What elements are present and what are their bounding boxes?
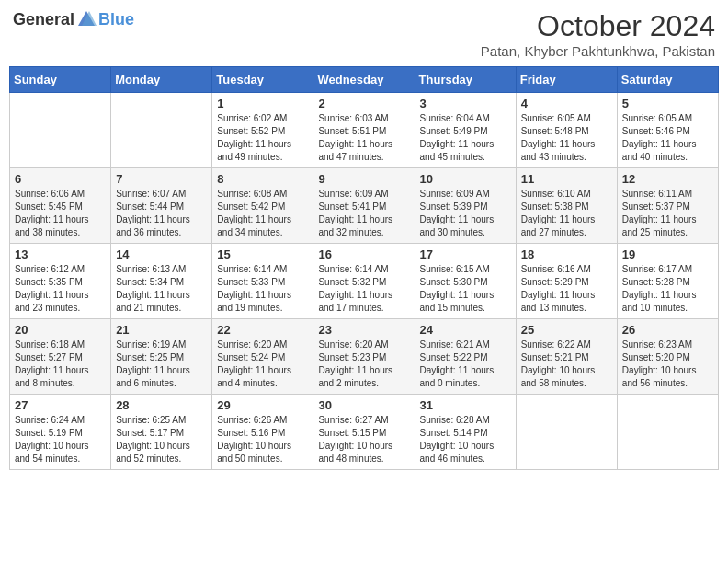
calendar-cell: 28Sunrise: 6:25 AM Sunset: 5:17 PM Dayli… bbox=[111, 395, 212, 470]
calendar-cell: 20Sunrise: 6:18 AM Sunset: 5:27 PM Dayli… bbox=[10, 319, 111, 395]
day-number: 30 bbox=[318, 398, 409, 412]
day-detail: Sunrise: 6:16 AM Sunset: 5:29 PM Dayligh… bbox=[521, 263, 612, 315]
day-detail: Sunrise: 6:23 AM Sunset: 5:20 PM Dayligh… bbox=[622, 339, 713, 390]
calendar-cell: 10Sunrise: 6:09 AM Sunset: 5:39 PM Dayli… bbox=[415, 168, 516, 244]
calendar-cell: 26Sunrise: 6:23 AM Sunset: 5:20 PM Dayli… bbox=[617, 319, 718, 395]
calendar-cell: 31Sunrise: 6:28 AM Sunset: 5:14 PM Dayli… bbox=[415, 395, 516, 470]
day-number: 3 bbox=[420, 97, 511, 110]
day-detail: Sunrise: 6:08 AM Sunset: 5:42 PM Dayligh… bbox=[217, 188, 308, 239]
day-detail: Sunrise: 6:05 AM Sunset: 5:48 PM Dayligh… bbox=[521, 112, 612, 164]
day-detail: Sunrise: 6:06 AM Sunset: 5:45 PM Dayligh… bbox=[15, 188, 106, 239]
calendar-cell: 13Sunrise: 6:12 AM Sunset: 5:35 PM Dayli… bbox=[10, 244, 111, 319]
calendar-week-row: 6Sunrise: 6:06 AM Sunset: 5:45 PM Daylig… bbox=[10, 168, 719, 244]
day-detail: Sunrise: 6:18 AM Sunset: 5:27 PM Dayligh… bbox=[15, 339, 106, 390]
calendar-cell: 16Sunrise: 6:14 AM Sunset: 5:32 PM Dayli… bbox=[313, 244, 415, 319]
day-number: 28 bbox=[116, 398, 207, 412]
day-number: 12 bbox=[622, 172, 713, 186]
day-detail: Sunrise: 6:05 AM Sunset: 5:46 PM Dayligh… bbox=[622, 112, 713, 164]
day-number: 6 bbox=[15, 172, 106, 186]
calendar-cell: 2Sunrise: 6:03 AM Sunset: 5:51 PM Daylig… bbox=[313, 93, 415, 168]
day-number: 17 bbox=[420, 247, 511, 261]
calendar-cell bbox=[10, 93, 111, 168]
calendar-cell: 29Sunrise: 6:26 AM Sunset: 5:16 PM Dayli… bbox=[212, 395, 313, 470]
calendar-cell: 18Sunrise: 6:16 AM Sunset: 5:29 PM Dayli… bbox=[516, 244, 617, 319]
day-number: 29 bbox=[217, 398, 308, 412]
day-detail: Sunrise: 6:07 AM Sunset: 5:44 PM Dayligh… bbox=[116, 188, 207, 239]
calendar-cell: 21Sunrise: 6:19 AM Sunset: 5:25 PM Dayli… bbox=[111, 319, 212, 395]
calendar-cell: 1Sunrise: 6:02 AM Sunset: 5:52 PM Daylig… bbox=[212, 93, 313, 168]
calendar-cell: 12Sunrise: 6:11 AM Sunset: 5:37 PM Dayli… bbox=[617, 168, 718, 244]
day-detail: Sunrise: 6:11 AM Sunset: 5:37 PM Dayligh… bbox=[622, 188, 713, 239]
page-header: General Blue October 2024 Patan, Khyber … bbox=[9, 9, 719, 59]
calendar-cell: 5Sunrise: 6:05 AM Sunset: 5:46 PM Daylig… bbox=[617, 93, 718, 168]
weekday-header: Saturday bbox=[617, 67, 718, 93]
calendar-cell: 19Sunrise: 6:17 AM Sunset: 5:28 PM Dayli… bbox=[617, 244, 718, 319]
calendar-cell: 4Sunrise: 6:05 AM Sunset: 5:48 PM Daylig… bbox=[516, 93, 617, 168]
day-detail: Sunrise: 6:14 AM Sunset: 5:33 PM Dayligh… bbox=[217, 263, 308, 315]
calendar-cell: 30Sunrise: 6:27 AM Sunset: 5:15 PM Dayli… bbox=[313, 395, 415, 470]
weekday-header: Sunday bbox=[10, 67, 111, 93]
calendar-cell bbox=[516, 395, 617, 470]
day-detail: Sunrise: 6:14 AM Sunset: 5:32 PM Dayligh… bbox=[318, 263, 409, 315]
calendar-cell: 22Sunrise: 6:20 AM Sunset: 5:24 PM Dayli… bbox=[212, 319, 313, 395]
day-number: 18 bbox=[521, 247, 612, 261]
calendar-cell: 8Sunrise: 6:08 AM Sunset: 5:42 PM Daylig… bbox=[212, 168, 313, 244]
calendar-cell: 6Sunrise: 6:06 AM Sunset: 5:45 PM Daylig… bbox=[10, 168, 111, 244]
location-title: Patan, Khyber Pakhtunkhwa, Pakistan bbox=[481, 43, 715, 59]
day-number: 13 bbox=[15, 247, 106, 261]
day-number: 25 bbox=[521, 323, 612, 337]
day-detail: Sunrise: 6:26 AM Sunset: 5:16 PM Dayligh… bbox=[217, 414, 308, 465]
calendar-week-row: 27Sunrise: 6:24 AM Sunset: 5:19 PM Dayli… bbox=[10, 395, 719, 470]
calendar-cell: 23Sunrise: 6:20 AM Sunset: 5:23 PM Dayli… bbox=[313, 319, 415, 395]
calendar-week-row: 20Sunrise: 6:18 AM Sunset: 5:27 PM Dayli… bbox=[10, 319, 719, 395]
day-number: 15 bbox=[217, 247, 308, 261]
day-number: 7 bbox=[116, 172, 207, 186]
calendar-cell: 25Sunrise: 6:22 AM Sunset: 5:21 PM Dayli… bbox=[516, 319, 617, 395]
day-detail: Sunrise: 6:20 AM Sunset: 5:24 PM Dayligh… bbox=[217, 339, 308, 390]
weekday-header: Friday bbox=[516, 67, 617, 93]
weekday-header: Monday bbox=[111, 67, 212, 93]
day-number: 2 bbox=[318, 97, 409, 110]
day-detail: Sunrise: 6:21 AM Sunset: 5:22 PM Dayligh… bbox=[420, 339, 511, 390]
day-detail: Sunrise: 6:09 AM Sunset: 5:41 PM Dayligh… bbox=[318, 188, 409, 239]
day-detail: Sunrise: 6:19 AM Sunset: 5:25 PM Dayligh… bbox=[116, 339, 207, 390]
day-number: 5 bbox=[622, 97, 713, 110]
calendar-cell: 17Sunrise: 6:15 AM Sunset: 5:30 PM Dayli… bbox=[415, 244, 516, 319]
logo: General Blue bbox=[13, 9, 134, 29]
logo-blue-text: Blue bbox=[98, 10, 134, 29]
day-detail: Sunrise: 6:22 AM Sunset: 5:21 PM Dayligh… bbox=[521, 339, 612, 390]
day-number: 14 bbox=[116, 247, 207, 261]
day-number: 26 bbox=[622, 323, 713, 337]
day-number: 19 bbox=[622, 247, 713, 261]
calendar-cell: 9Sunrise: 6:09 AM Sunset: 5:41 PM Daylig… bbox=[313, 168, 415, 244]
day-number: 31 bbox=[420, 398, 511, 412]
day-number: 22 bbox=[217, 323, 308, 337]
day-number: 21 bbox=[116, 323, 207, 337]
calendar-week-row: 13Sunrise: 6:12 AM Sunset: 5:35 PM Dayli… bbox=[10, 244, 719, 319]
day-detail: Sunrise: 6:20 AM Sunset: 5:23 PM Dayligh… bbox=[318, 339, 409, 390]
day-number: 23 bbox=[318, 323, 409, 337]
day-number: 1 bbox=[217, 97, 308, 110]
day-number: 24 bbox=[420, 323, 511, 337]
day-detail: Sunrise: 6:24 AM Sunset: 5:19 PM Dayligh… bbox=[15, 414, 106, 465]
calendar-cell bbox=[617, 395, 718, 470]
calendar-cell bbox=[111, 93, 212, 168]
day-detail: Sunrise: 6:04 AM Sunset: 5:49 PM Dayligh… bbox=[420, 112, 511, 164]
day-detail: Sunrise: 6:03 AM Sunset: 5:51 PM Dayligh… bbox=[318, 112, 409, 164]
day-number: 9 bbox=[318, 172, 409, 186]
day-detail: Sunrise: 6:27 AM Sunset: 5:15 PM Dayligh… bbox=[318, 414, 409, 465]
day-number: 10 bbox=[420, 172, 511, 186]
calendar-cell: 24Sunrise: 6:21 AM Sunset: 5:22 PM Dayli… bbox=[415, 319, 516, 395]
calendar-cell: 7Sunrise: 6:07 AM Sunset: 5:44 PM Daylig… bbox=[111, 168, 212, 244]
calendar-week-row: 1Sunrise: 6:02 AM Sunset: 5:52 PM Daylig… bbox=[10, 93, 719, 168]
weekday-header: Wednesday bbox=[313, 67, 415, 93]
day-detail: Sunrise: 6:12 AM Sunset: 5:35 PM Dayligh… bbox=[15, 263, 106, 315]
calendar-cell: 15Sunrise: 6:14 AM Sunset: 5:33 PM Dayli… bbox=[212, 244, 313, 319]
calendar-header-row: SundayMondayTuesdayWednesdayThursdayFrid… bbox=[10, 67, 719, 93]
day-number: 27 bbox=[15, 398, 106, 412]
day-detail: Sunrise: 6:15 AM Sunset: 5:30 PM Dayligh… bbox=[420, 263, 511, 315]
day-number: 11 bbox=[521, 172, 612, 186]
day-number: 20 bbox=[15, 323, 106, 337]
day-detail: Sunrise: 6:13 AM Sunset: 5:34 PM Dayligh… bbox=[116, 263, 207, 315]
title-block: October 2024 Patan, Khyber Pakhtunkhwa, … bbox=[481, 9, 715, 59]
